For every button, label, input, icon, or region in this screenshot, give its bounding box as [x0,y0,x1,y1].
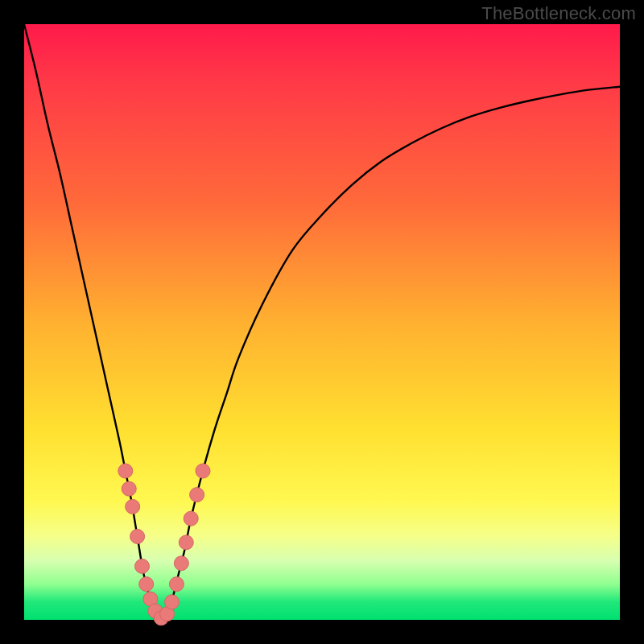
data-marker [196,464,210,478]
plot-area [24,24,620,620]
curve-markers [118,464,210,625]
watermark-text: TheBottleneck.com [481,3,636,24]
data-marker [118,464,133,478]
data-marker [135,559,150,573]
data-marker [130,529,145,543]
bottleneck-curve [24,24,620,620]
data-marker [190,488,204,502]
data-marker [169,577,184,592]
data-marker [179,535,193,550]
curve-layer [24,24,620,620]
data-marker [139,577,154,592]
data-marker [174,556,188,571]
data-marker [165,595,180,609]
data-marker [122,481,136,496]
data-marker [126,499,140,514]
chart-frame: TheBottleneck.com [0,0,644,644]
data-marker [184,511,198,526]
